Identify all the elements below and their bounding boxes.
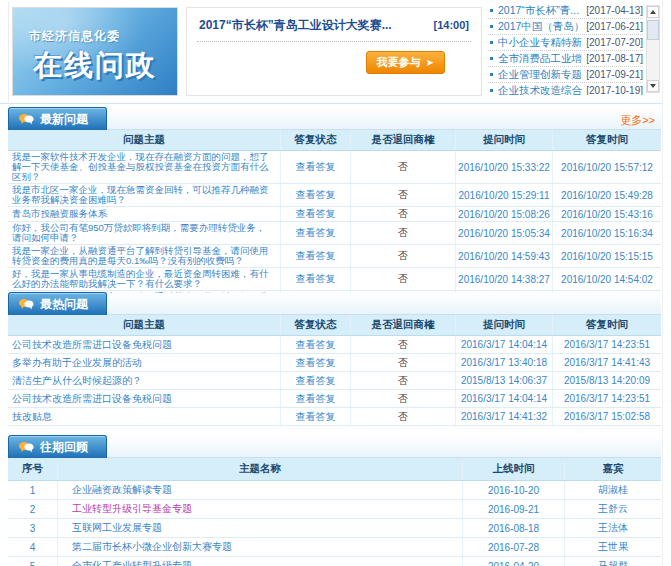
top-separator — [0, 103, 662, 104]
table-row: 我是一家软件技术开发企业，现在存在融资方面的问题，想了解一下天使基金、创投基金与… — [8, 151, 661, 184]
table-row: 清洁生产从什么时候起源的？ 查看答复 否 2015/8/13 14:06:37 … — [8, 372, 661, 390]
topic-date: [2017-08-17] — [586, 53, 643, 64]
col-header-status: 答复状态 — [280, 130, 350, 150]
col-header-asked: 提问时间 — [455, 315, 552, 335]
chevron-up-icon — [650, 10, 656, 14]
ask-time: 2016/10/20 15:08:26 — [455, 207, 552, 221]
view-reply-link[interactable]: 查看答复 — [296, 374, 336, 388]
returned-flag: 否 — [350, 151, 455, 183]
view-reply-link[interactable]: 查看答复 — [296, 338, 336, 352]
chevron-down-icon — [650, 84, 656, 88]
speech-bubble-icon — [19, 441, 34, 453]
question-subject-link[interactable]: 你好，我公司有笔950万贷款即将到期，需要办理转贷业务，请问如何申请？ — [12, 223, 274, 243]
question-subject-link[interactable]: 青岛市投融资服务体系 — [12, 209, 107, 219]
table-row: 多举办有助于企业发展的活动 查看答复 否 2016/3/17 13:40:18 … — [8, 354, 661, 372]
bullet-icon — [490, 41, 493, 44]
guest-name: 胡淑桂 — [564, 481, 661, 499]
col-header-subject: 问题主题 — [8, 315, 280, 335]
section-hottest-questions: 最热问题 问题主题 答复状态 是否退回商榷 提问时间 答复时间 公司技术改造所需… — [8, 293, 661, 426]
question-subject-link[interactable]: 清洁生产从什么时候起源的？ — [12, 376, 142, 386]
online-date: 2016-10-20 — [462, 481, 564, 499]
question-subject-link[interactable]: 多举办有助于企业发展的活动 — [12, 358, 142, 368]
col-header-asked: 提问时间 — [455, 130, 552, 150]
topic-date: [2017-06-21] — [586, 21, 643, 32]
answer-time: 2016/10/20 15:57:12 — [552, 151, 661, 183]
answer-time: 2016/10/20 15:49:28 — [552, 184, 661, 206]
scroll-down-button[interactable] — [647, 80, 659, 92]
org-name: 市经济信息化委 — [29, 28, 120, 45]
notice-time: [14:00] — [434, 19, 469, 31]
col-header-answered: 答复时间 — [552, 315, 661, 335]
topic-link[interactable]: 2017中国（青岛）... — [498, 20, 582, 34]
archive-topic-link[interactable]: 全市化工产业转型升级专题 — [72, 559, 192, 566]
notice-headline-link[interactable]: 2017“市长杯”青岛工业设计大奖赛... — [199, 17, 392, 34]
section-title: 最热问题 — [40, 296, 88, 313]
bullet-icon — [490, 57, 493, 60]
answer-time: 2016/3/17 14:41:43 — [552, 354, 661, 371]
table-header-row: 问题主题 答复状态 是否退回商榷 提问时间 答复时间 — [8, 130, 661, 151]
archive-topic-link[interactable]: 企业融资政策解读专题 — [72, 483, 172, 497]
ask-time: 2015/8/13 14:06:37 — [455, 372, 552, 389]
ask-time: 2016/10/20 15:33:22 — [455, 151, 552, 183]
list-item: 企业管理创新专题 [2017-09-21] — [488, 67, 643, 83]
topic-link[interactable]: 中小企业专精特新“隐... — [498, 36, 582, 50]
section-past-reviews: 往期回顾 序号 主题名称 上线时间 嘉宾 1 企业融资政策解读专题 2016-1… — [8, 436, 661, 566]
question-subject-link[interactable]: 技改贴息 — [12, 412, 52, 422]
question-subject-link[interactable]: 好，我是一家从事电缆制造的企业，最近资金周转困难，有什么好的办法能帮助我解决一下… — [12, 269, 274, 289]
join-button[interactable]: 我要参与➤ — [366, 51, 445, 74]
ask-time: 2016/3/17 13:40:18 — [455, 354, 552, 371]
view-reply-link[interactable]: 查看答复 — [296, 410, 336, 424]
more-link[interactable]: 更多>> — [620, 113, 655, 128]
view-reply-link[interactable]: 查看答复 — [296, 226, 336, 240]
speech-bubble-icon — [19, 298, 34, 310]
bullet-icon — [490, 73, 493, 76]
returned-flag: 否 — [350, 245, 455, 267]
question-subject-link[interactable]: 我是一家软件技术开发企业，现在存在融资方面的问题，想了解一下天使基金、创投基金与… — [12, 152, 274, 182]
answer-time: 2016/3/17 14:23:51 — [552, 336, 661, 353]
view-reply-link[interactable]: 查看答复 — [296, 207, 336, 221]
view-reply-link[interactable]: 查看答复 — [296, 160, 336, 174]
view-reply-link[interactable]: 查看答复 — [296, 356, 336, 370]
ask-time: 2016/10/20 15:05:34 — [455, 222, 552, 244]
question-subject-link[interactable]: 我是市北区一家企业，现在急需资金回转，可以推荐几种融资业务帮我解决资金困难吗？ — [12, 185, 274, 205]
topic-link[interactable]: 2017“市长杯”青... — [498, 4, 582, 18]
scrollbar-thumb[interactable] — [647, 20, 659, 40]
scroll-up-button[interactable] — [647, 6, 659, 18]
question-subject-link[interactable]: 我是一家企业，从融资通平台了解到转贷引导基金，请问使用转贷资金的费用真的是每天0… — [12, 246, 274, 266]
row-number: 5 — [8, 557, 57, 566]
section-title: 最新问题 — [40, 111, 88, 128]
archive-topic-link[interactable]: 第二届市长杯小微企业创新大赛专题 — [72, 540, 232, 554]
answer-time: 2015/8/13 14:20:09 — [552, 372, 661, 389]
answer-time: 2016/3/17 14:23:51 — [552, 390, 661, 407]
archive-topic-link[interactable]: 工业转型升级引导基金专题 — [72, 502, 192, 516]
tab-past-reviews: 往期回顾 — [8, 435, 107, 458]
question-subject-link[interactable]: 公司技术改造所需进口设备免税问题 — [12, 340, 172, 350]
ask-time: 2016/3/17 14:04:14 — [455, 336, 552, 353]
ask-time: 2016/10/20 14:59:43 — [455, 245, 552, 267]
table-row: 4 第二届市长杯小微企业创新大赛专题 2016-07-28 王世果 — [8, 538, 661, 557]
question-subject-link[interactable]: 公司技术改造所需进口设备免税问题 — [12, 394, 172, 404]
page: 市经济信息化委 在线问政 2017“市长杯”青岛工业设计大奖赛... [14:0… — [0, 0, 671, 566]
topic-link[interactable]: 企业管理创新专题 — [498, 68, 582, 82]
section-title: 往期回顾 — [40, 439, 88, 456]
view-reply-link[interactable]: 查看答复 — [296, 249, 336, 263]
returned-flag: 否 — [350, 372, 455, 389]
bullet-icon — [490, 9, 493, 12]
table-row: 你好，我公司有笔950万贷款即将到期，需要办理转贷业务，请问如何申请？ 查看答复… — [8, 222, 661, 245]
archive-topic-link[interactable]: 互联网工业发展专题 — [72, 521, 162, 535]
view-reply-link[interactable]: 查看答复 — [296, 272, 336, 286]
returned-flag: 否 — [350, 207, 455, 221]
view-reply-link[interactable]: 查看答复 — [296, 188, 336, 202]
view-reply-link[interactable]: 查看答复 — [296, 392, 336, 406]
returned-flag: 否 — [350, 222, 455, 244]
topic-link[interactable]: 全市消费品工业增品种... — [498, 52, 582, 66]
ask-time: 2016/10/20 15:29:11 — [455, 184, 552, 206]
scrollbar[interactable] — [646, 5, 660, 93]
returned-flag: 否 — [350, 408, 455, 425]
table-row: 公司技术改造所需进口设备免税问题 查看答复 否 2016/3/17 14:04:… — [8, 390, 661, 408]
col-header-returned: 是否退回商榷 — [350, 315, 455, 335]
col-header-returned: 是否退回商榷 — [350, 130, 455, 150]
list-item: 中小企业专精特新“隐... [2017-07-20] — [488, 35, 643, 51]
topic-link[interactable]: 企业技术改造综合推进... — [498, 84, 582, 96]
online-date: 2016-04-20 — [462, 557, 564, 566]
